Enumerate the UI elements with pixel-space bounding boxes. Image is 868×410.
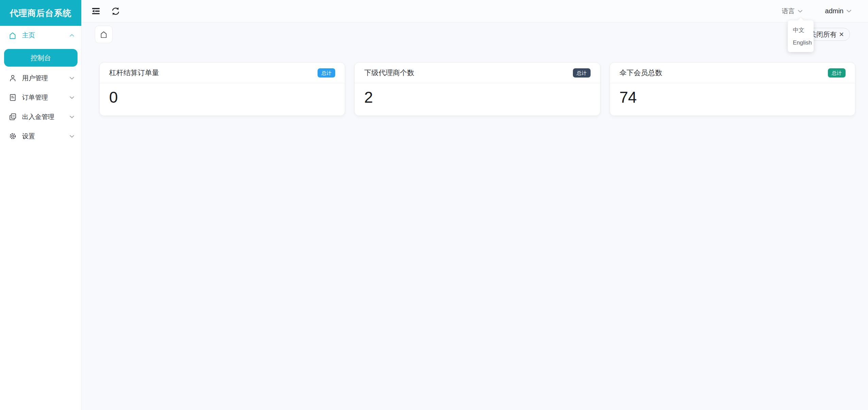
stat-card-sub-agents: 下级代理商个数 总计 2 [354, 62, 600, 116]
funds-icon [8, 113, 17, 121]
sidebar-item-funds-management[interactable]: 出入金管理 [0, 107, 81, 126]
topbar-right: 语言 admin [782, 7, 852, 16]
card-title: 下级代理商个数 [364, 68, 414, 78]
language-label: 语言 [782, 7, 795, 16]
total-badge: 总计 [573, 68, 591, 78]
sidebar-item-label: 订单管理 [22, 93, 48, 102]
stat-card-total-members: 伞下会员总数 总计 74 [610, 62, 855, 116]
language-dropdown-trigger[interactable]: 语言 [782, 7, 803, 16]
stat-card-leverage-orders: 杠杆结算订单量 总计 0 [99, 62, 345, 116]
main-content: 杠杆结算订单量 总计 0 下级代理商个数 总计 2 伞下会员总数 总计 74 [82, 45, 868, 410]
chevron-down-icon [846, 9, 852, 13]
user-dropdown-trigger[interactable]: admin [825, 7, 852, 15]
sidebar-item-label: 设置 [22, 132, 35, 141]
card-title: 伞下会员总数 [619, 68, 662, 78]
card-header: 下级代理商个数 总计 [355, 63, 600, 83]
stat-cards-row: 杠杆结算订单量 总计 0 下级代理商个数 总计 2 伞下会员总数 总计 74 [82, 45, 868, 116]
sidebar-item-order-management[interactable]: 订单管理 [0, 88, 81, 107]
sidebar-menu: 用户管理 订单管理 [0, 68, 81, 146]
language-dropdown-menu: 中文 English [788, 20, 814, 52]
sidebar-home-label: 主页 [22, 31, 35, 40]
sidebar-item-user-management[interactable]: 用户管理 [0, 68, 81, 88]
card-title: 杠杆结算订单量 [109, 68, 159, 78]
refresh-icon[interactable] [110, 5, 121, 17]
app-title: 代理商后台系统 [0, 0, 81, 26]
chevron-down-icon [798, 10, 803, 13]
card-value: 0 [109, 89, 345, 106]
sidebar-item-settings[interactable]: 设置 [0, 126, 81, 146]
sidebar-item-label: 用户管理 [22, 74, 48, 83]
tabbar: 关闭所有 × [82, 23, 868, 45]
order-icon [8, 93, 17, 102]
sidebar: 代理商后台系统 主页 控制台 用户管理 [0, 0, 82, 410]
user-icon [8, 74, 17, 83]
sidebar-fold-icon[interactable] [90, 5, 102, 17]
card-value: 74 [619, 89, 855, 106]
chevron-up-icon [69, 34, 74, 37]
home-icon [8, 31, 17, 40]
gear-icon [8, 132, 17, 141]
tab-home[interactable] [95, 25, 113, 43]
card-value: 2 [364, 89, 600, 106]
sidebar-item-label: 出入金管理 [22, 113, 54, 121]
total-badge: 总计 [828, 68, 846, 78]
card-header: 伞下会员总数 总计 [610, 63, 855, 83]
chevron-down-icon [69, 76, 74, 80]
sidebar-item-home[interactable]: 主页 [0, 26, 81, 45]
chevron-down-icon [69, 115, 74, 119]
chevron-down-icon [69, 96, 74, 99]
console-button[interactable]: 控制台 [4, 49, 78, 67]
close-icon: × [839, 30, 844, 38]
language-option-chinese[interactable]: 中文 [788, 23, 814, 37]
topbar: 语言 admin [82, 0, 868, 22]
username-label: admin [825, 7, 844, 15]
card-header: 杠杆结算订单量 总计 [100, 63, 345, 83]
home-icon [100, 30, 108, 38]
agent-admin-dashboard: { "app": { "title": "代理商后台系统" }, "sideba… [0, 0, 868, 410]
total-badge: 总计 [318, 68, 335, 78]
language-option-english[interactable]: English [788, 37, 814, 49]
chevron-down-icon [69, 135, 74, 138]
